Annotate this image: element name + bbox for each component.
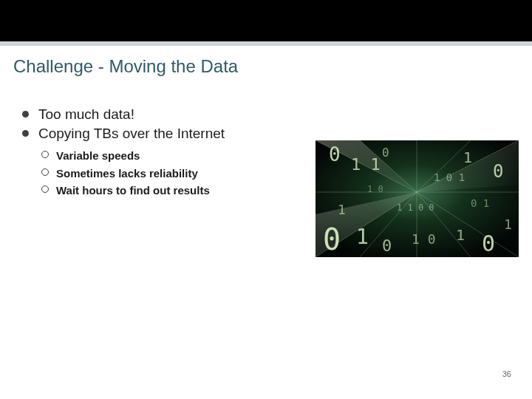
bullet-item: Too much data! [22, 105, 301, 124]
svg-text:1: 1 [504, 216, 512, 232]
bullet-text: Too much data! [38, 106, 134, 122]
slide-title: Challenge - Moving the Data [0, 46, 532, 77]
svg-text:0: 0 [382, 236, 392, 255]
bullet-text: Copying TBs over the Internet [38, 126, 225, 141]
image-column: 0 1 1 0 1 0 1 0 1 1 1 0 0 1 0 1 0 1 0 1 … [316, 105, 519, 257]
sub-bullet-list: Variable speeds Sometimes lacks reliabil… [41, 147, 301, 199]
sub-bullet-item: Wait hours to find out results [41, 182, 301, 199]
sub-bullet-text: Sometimes lacks reliability [56, 167, 198, 180]
svg-text:0: 0 [482, 231, 495, 256]
svg-text:1 1 0 0: 1 1 0 0 [397, 202, 434, 213]
page-number: 36 [502, 369, 511, 378]
svg-text:1 0 1: 1 0 1 [434, 171, 465, 183]
svg-text:1 0: 1 0 [367, 184, 383, 194]
sub-bullet-text: Wait hours to find out results [56, 184, 210, 197]
svg-text:0 1: 0 1 [471, 197, 489, 209]
sub-bullet-text: Variable speeds [56, 149, 140, 162]
svg-text:1 0: 1 0 [412, 231, 436, 247]
svg-text:0: 0 [493, 161, 503, 182]
sub-bullet-item: Sometimes lacks reliability [41, 165, 301, 182]
sub-bullet-item: Variable speeds [41, 147, 301, 164]
svg-text:0: 0 [323, 222, 341, 256]
top-blackbar [0, 0, 532, 41]
bullet-list: Too much data! Copying TBs over the Inte… [22, 105, 301, 199]
svg-text:1 1: 1 1 [351, 155, 381, 174]
svg-text:1: 1 [356, 225, 369, 249]
svg-text:0: 0 [329, 143, 341, 166]
data-stream-image: 0 1 1 0 1 0 1 0 1 1 1 0 0 1 0 1 0 1 0 1 … [316, 140, 519, 257]
content-area: Too much data! Copying TBs over the Inte… [0, 77, 532, 257]
bullet-item: Copying TBs over the Internet Variable s… [22, 124, 301, 199]
svg-text:0: 0 [382, 146, 389, 160]
text-column: Too much data! Copying TBs over the Inte… [22, 105, 301, 257]
svg-text:1: 1 [463, 149, 472, 166]
svg-text:1: 1 [456, 226, 465, 244]
svg-text:1: 1 [338, 202, 346, 217]
